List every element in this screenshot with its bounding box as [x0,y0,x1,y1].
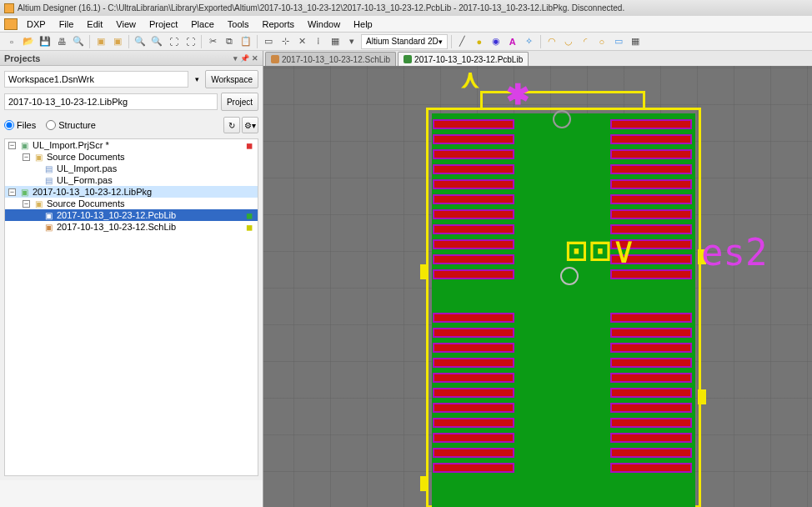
separator [89,35,90,48]
menu-window[interactable]: Window [302,18,346,31]
snap-icon[interactable]: ⁞ [311,34,326,49]
workspace-dropdown-icon[interactable]: ▾ [192,75,202,83]
preview-icon[interactable]: 🔍 [71,34,86,49]
fiducial-pad [420,264,429,279]
toolbar: ▫ 📂 💾 🖶 🔍 ▣ ▣ 🔍 🔍 ⛶ ⛶ ✂ ⧉ 📋 ▭ ⊹ ✕ ⁞ ▦ ▾ … [0,33,812,51]
panel-close-icon[interactable]: ✕ [252,54,258,63]
tree-file-node-selected[interactable]: ▣ 2017-10-13_10-23-12.PcbLib ◼ [5,209,258,221]
tab-pcblib[interactable]: 2017-10-13_10-23-12.PcbLib [398,52,529,66]
arc1-icon[interactable]: ◠ [544,34,559,49]
panel-pin-icon[interactable]: 📌 [240,54,249,63]
pad [433,134,514,144]
rect-icon[interactable]: ▭ [611,34,626,49]
schlib-icon [271,55,279,63]
project-button[interactable]: Project [221,93,258,111]
zoom-in-icon[interactable]: 🔍 [133,34,148,49]
pad [610,313,692,323]
pcb-canvas[interactable]: ⋏ ✱ ⊡⊡∨ es2 [263,66,812,507]
tab-label: 2017-10-13_10-23-12.SchLib [282,55,390,64]
pad [433,313,514,323]
separator [128,35,129,48]
coord-icon[interactable]: ✧ [522,34,537,49]
array-icon[interactable]: ▦ [628,34,643,49]
arc3-icon[interactable]: ◜ [578,34,593,49]
folder2-icon[interactable]: ▣ [110,34,125,49]
arrow-up-icon: ⋏ [461,66,479,93]
fiducial-pad [420,476,429,491]
grid-icon[interactable]: ▦ [328,34,343,49]
menu-file[interactable]: File [53,18,80,31]
new-icon[interactable]: ▫ [4,34,19,49]
line-icon[interactable]: ╱ [455,34,470,49]
pad [433,463,514,473]
tree-file-node[interactable]: ▣ 2017-10-13_10-23-12.SchLib ◼ [5,221,258,233]
menu-reports[interactable]: Reports [256,18,300,31]
menu-tools[interactable]: Tools [222,18,255,31]
separator [257,35,258,48]
mode3-icon[interactable]: ✕ [294,34,309,49]
refresh-icon[interactable]: ↻ [223,117,240,133]
zoom-out-icon[interactable]: 🔍 [149,34,164,49]
app-icon [4,3,14,13]
text-icon[interactable]: A [505,34,520,49]
separator [201,35,202,48]
tab-schlib[interactable]: 2017-10-13_10-23-12.SchLib [265,52,396,66]
tree-folder-node[interactable]: −▣ Source Documents [5,151,258,163]
pad-icon[interactable]: ● [472,34,487,49]
open-icon[interactable]: 📂 [21,34,36,49]
menu-project[interactable]: Project [143,18,183,31]
via-icon[interactable]: ◉ [489,34,504,49]
tree-project-node[interactable]: −▣ 2017-10-13_10-23-12.LibPkg [5,186,258,198]
files-radio[interactable]: Files [4,120,36,130]
mode2-icon[interactable]: ⊹ [278,34,293,49]
pad [610,418,692,428]
panel-dropdown-icon[interactable]: ▾ [233,54,238,63]
view-mode-combo[interactable]: Altium Standard 2D ▾ [361,34,448,49]
pad [610,149,692,159]
dxp-icon [4,18,18,30]
config-icon[interactable]: ⚙▾ [242,117,258,133]
menu-view[interactable]: View [110,18,142,31]
pad [433,358,514,368]
projects-panel: Projects ▾ 📌 ✕ ▾ Workspace Project Files… [0,51,263,507]
menu-place[interactable]: Place [185,18,220,31]
copy-icon[interactable]: ⧉ [222,34,237,49]
mode1-icon[interactable]: ▭ [261,34,276,49]
folder-icon[interactable]: ▣ [93,34,108,49]
cut-icon[interactable]: ✂ [205,34,220,49]
tree-file-node[interactable]: ▤ UL_Import.pas [5,163,258,174]
arc2-icon[interactable]: ◡ [561,34,576,49]
pad [610,433,692,443]
save-icon[interactable]: 💾 [38,34,53,49]
panel-title: Projects [4,53,40,63]
menu-edit[interactable]: Edit [81,18,108,31]
tree-folder-node[interactable]: −▣ Source Documents [5,198,258,209]
pad [433,388,514,398]
window-title: Altium Designer (16.1) - C:\UltraLibrari… [18,3,624,13]
structure-radio[interactable]: Structure [46,120,96,130]
circle-icon[interactable]: ○ [594,34,609,49]
pad [610,463,692,473]
zoom-sel-icon[interactable]: ⛶ [183,34,198,49]
workspace-button[interactable]: Workspace [205,70,258,88]
dropdown-icon[interactable]: ▾ [344,34,359,49]
menu-help[interactable]: Help [348,18,378,31]
editor-area: 2017-10-13_10-23-12.SchLib 2017-10-13_10… [263,51,812,507]
zoom-fit-icon[interactable]: ⛶ [166,34,181,49]
print-icon[interactable]: 🖶 [54,34,69,49]
workspace-input[interactable] [4,71,188,88]
pcblib-icon [403,55,412,63]
separator [540,35,541,48]
fiducial-pad [698,389,706,404]
project-tree[interactable]: −▣ UL_Import.PrjScr * ◼ −▣ Source Docume… [4,138,258,476]
pad [433,403,514,413]
view-mode-label: Altium Standard 2D [366,37,439,46]
menu-dxp[interactable]: DXP [21,18,52,31]
tree-file-node[interactable]: ▤ UL_Form.pas [5,174,258,186]
pad [433,239,514,249]
paste-icon[interactable]: 📋 [238,34,253,49]
pad [433,343,514,353]
project-input[interactable] [4,93,218,110]
tree-project-node[interactable]: −▣ UL_Import.PrjScr * ◼ [5,139,258,151]
pad [610,119,692,129]
